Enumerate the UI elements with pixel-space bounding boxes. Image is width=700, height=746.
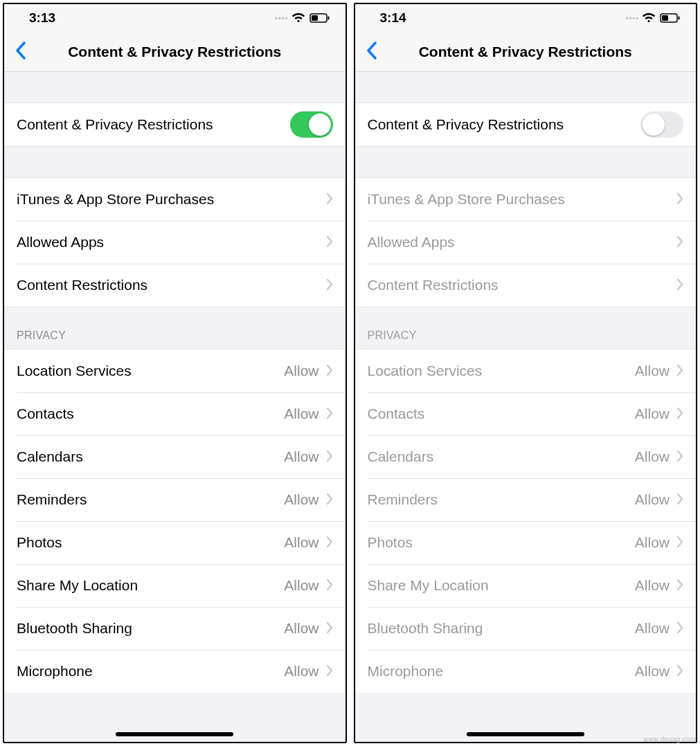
clock: 3:14 — [380, 10, 406, 26]
battery-icon — [309, 13, 330, 23]
row-value: Allow — [284, 663, 318, 680]
wifi-icon — [291, 13, 305, 23]
content-restrictions-row[interactable]: Content Restrictions — [4, 264, 345, 307]
privacy-section-header: PRIVACY — [4, 307, 345, 349]
itunes-purchases-row[interactable]: iTunes & App Store Purchases — [4, 178, 345, 221]
share-my-location-row[interactable]: Share My Location Allow — [4, 564, 345, 607]
content-restrictions-row: Content Restrictions — [355, 264, 697, 307]
row-label: Bluetooth Sharing — [368, 620, 635, 637]
master-toggle-row[interactable]: Content & Privacy Restrictions — [4, 103, 345, 146]
status-right: •••• — [626, 13, 681, 23]
row-label: Microphone — [17, 663, 284, 680]
chevron-right-icon — [326, 234, 333, 251]
row-label: Allowed Apps — [17, 234, 326, 251]
chevron-right-icon — [676, 577, 683, 594]
contacts-row: Contacts Allow — [355, 392, 697, 435]
restrictions-switch[interactable] — [640, 111, 683, 138]
privacy-section: Location Services Allow Contacts Allow C… — [355, 349, 697, 693]
row-value: Allow — [284, 448, 318, 465]
section-gap — [4, 72, 345, 102]
section-gap — [355, 72, 697, 102]
page-title: Content & Privacy Restrictions — [362, 44, 690, 60]
row-value: Allow — [284, 363, 318, 379]
chevron-right-icon — [676, 663, 683, 680]
microphone-row: Microphone Allow — [355, 650, 697, 693]
calendars-row[interactable]: Calendars Allow — [4, 435, 345, 478]
chevron-right-icon — [326, 534, 333, 551]
row-value: Allow — [284, 406, 318, 422]
row-value: Allow — [635, 534, 670, 551]
phone-left: 3:13 •••• Content & Privacy Restrictions… — [3, 3, 347, 743]
chevron-right-icon — [326, 448, 333, 465]
allowed-apps-row: Allowed Apps — [355, 221, 697, 264]
chevron-right-icon — [676, 363, 683, 379]
battery-icon — [660, 13, 681, 23]
microphone-row[interactable]: Microphone Allow — [4, 650, 345, 693]
row-value: Allow — [635, 620, 670, 637]
row-label: Reminders — [368, 491, 635, 508]
master-toggle-section: Content & Privacy Restrictions — [355, 102, 697, 147]
status-bar: 3:13 •••• — [4, 4, 345, 32]
share-my-location-row: Share My Location Allow — [355, 564, 697, 607]
row-label: Calendars — [368, 448, 635, 465]
master-toggle-row[interactable]: Content & Privacy Restrictions — [355, 103, 697, 146]
row-value: Allow — [635, 663, 670, 680]
back-button[interactable] — [362, 37, 382, 66]
reminders-row[interactable]: Reminders Allow — [4, 478, 345, 521]
chevron-right-icon — [676, 491, 683, 508]
row-value: Allow — [635, 406, 670, 422]
chevron-right-icon — [326, 277, 333, 293]
row-label: Content Restrictions — [368, 277, 677, 293]
home-indicator[interactable] — [116, 732, 233, 736]
row-label: Photos — [368, 534, 635, 551]
chevron-right-icon — [326, 363, 333, 379]
location-services-row[interactable]: Location Services Allow — [4, 349, 345, 392]
bluetooth-sharing-row: Bluetooth Sharing Allow — [355, 607, 697, 650]
home-indicator[interactable] — [467, 732, 584, 736]
reminders-row: Reminders Allow — [355, 478, 697, 521]
chevron-right-icon — [326, 577, 333, 594]
wifi-icon — [642, 13, 656, 23]
allowed-apps-row[interactable]: Allowed Apps — [4, 221, 345, 264]
svg-rect-2 — [327, 17, 329, 20]
master-toggle-label: Content & Privacy Restrictions — [17, 116, 290, 133]
row-label: Location Services — [17, 363, 284, 379]
svg-rect-1 — [312, 15, 318, 21]
row-label: Bluetooth Sharing — [17, 620, 284, 637]
itunes-purchases-row: iTunes & App Store Purchases — [355, 178, 697, 221]
row-value: Allow — [635, 448, 670, 465]
row-label: Calendars — [17, 448, 284, 465]
page-title: Content & Privacy Restrictions — [11, 44, 339, 60]
row-value: Allow — [284, 491, 318, 508]
chevron-right-icon — [326, 663, 333, 680]
svg-rect-5 — [679, 17, 680, 20]
row-value: Allow — [635, 577, 670, 594]
row-label: Reminders — [17, 491, 284, 508]
photos-row: Photos Allow — [355, 521, 697, 564]
chevron-right-icon — [676, 191, 683, 208]
back-button[interactable] — [11, 37, 30, 66]
row-label: Allowed Apps — [368, 234, 677, 251]
chevron-right-icon — [326, 191, 333, 208]
row-value: Allow — [284, 620, 318, 637]
row-label: Share My Location — [17, 577, 284, 594]
chevron-right-icon — [326, 620, 333, 637]
restrictions-switch[interactable] — [290, 111, 333, 138]
contacts-row[interactable]: Contacts Allow — [4, 392, 345, 435]
location-services-row: Location Services Allow — [355, 349, 697, 392]
master-toggle-label: Content & Privacy Restrictions — [368, 116, 641, 133]
restrictions-section: iTunes & App Store Purchases Allowed App… — [355, 177, 697, 307]
side-by-side-container: 3:13 •••• Content & Privacy Restrictions… — [0, 0, 700, 746]
cellular-dots-icon: •••• — [275, 14, 288, 22]
calendars-row: Calendars Allow — [355, 435, 697, 478]
row-label: Contacts — [17, 406, 284, 422]
row-value: Allow — [284, 534, 318, 551]
row-value: Allow — [635, 491, 670, 508]
chevron-right-icon — [326, 406, 333, 422]
bluetooth-sharing-row[interactable]: Bluetooth Sharing Allow — [4, 607, 345, 650]
nav-bar: Content & Privacy Restrictions — [355, 32, 697, 72]
photos-row[interactable]: Photos Allow — [4, 521, 345, 564]
row-label: Content Restrictions — [17, 277, 326, 293]
section-gap — [4, 147, 345, 177]
section-gap — [355, 147, 697, 177]
